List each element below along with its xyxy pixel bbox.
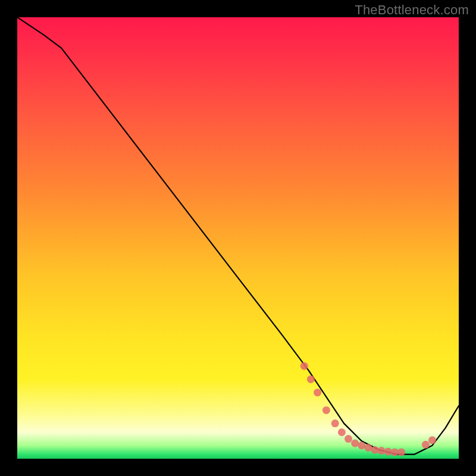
highlight-point <box>307 375 315 383</box>
highlight-point <box>371 446 379 454</box>
highlight-point <box>384 448 392 456</box>
highlight-point <box>358 441 365 449</box>
curve-layer <box>17 17 459 459</box>
highlight-point <box>397 448 405 456</box>
highlight-point <box>338 428 346 436</box>
bottleneck-curve <box>17 17 459 455</box>
watermark-text: TheBottleneck.com <box>355 2 469 18</box>
highlight-point <box>391 448 399 456</box>
highlight-point <box>300 362 308 370</box>
highlight-points <box>300 362 436 456</box>
highlight-point <box>422 441 430 449</box>
highlight-point <box>351 440 359 447</box>
plot-area <box>17 17 459 459</box>
chart-frame: TheBottleneck.com <box>0 0 476 476</box>
highlight-point <box>331 419 339 427</box>
highlight-point <box>364 444 372 452</box>
highlight-point <box>378 447 386 455</box>
highlight-point <box>322 406 330 414</box>
highlight-point <box>314 389 321 396</box>
highlight-point <box>428 436 436 444</box>
highlight-point <box>345 435 352 443</box>
